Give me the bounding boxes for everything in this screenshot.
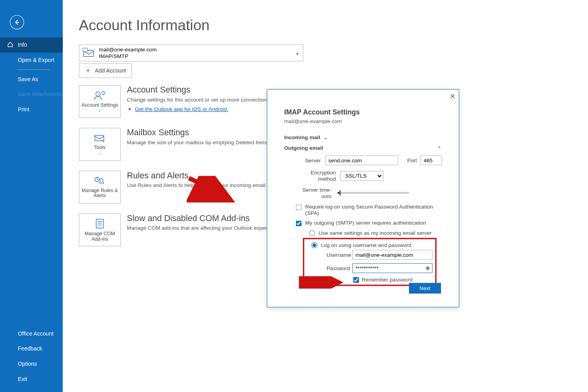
sidebar-item-info[interactable]: Info <box>0 37 63 53</box>
plus-icon: ＋ <box>85 66 91 75</box>
chevron-down-icon: ⌄ <box>98 151 102 155</box>
svg-rect-4 <box>83 48 87 52</box>
sidebar-item-print[interactable]: Print <box>0 102 63 117</box>
back-button[interactable] <box>10 15 24 29</box>
chevron-down-icon: ⌄ <box>324 135 327 140</box>
sidebar-item-save-attachments: Save Attachments <box>0 87 63 102</box>
username-input[interactable] <box>352 250 433 260</box>
sidebar-item-save-as[interactable]: Save As <box>0 72 63 87</box>
dialog-close-icon[interactable]: ✕ <box>450 92 456 101</box>
account-selector[interactable]: mail@one-example.com IMAP/SMTP ▾ <box>79 45 303 62</box>
page-title: Account Information <box>79 17 588 34</box>
sidebar-item-feedback[interactable]: Feedback <box>0 341 63 356</box>
reveal-password-icon[interactable]: ◉ <box>425 265 430 271</box>
account-settings-tile[interactable]: Account Settings ⌄ <box>79 85 121 118</box>
mail-account-icon <box>82 46 96 60</box>
user-gear-icon <box>94 90 106 100</box>
port-input[interactable] <box>421 156 442 165</box>
section-title-com-addins: Slow and Disabled COM Add-ins <box>127 213 281 223</box>
password-input[interactable] <box>352 263 433 273</box>
home-icon <box>7 42 13 48</box>
selected-account-type: IMAP/SMTP <box>99 53 156 60</box>
svg-point-5 <box>96 92 100 96</box>
encryption-select[interactable]: SSL/TLS <box>340 171 383 181</box>
sidebar-item-office-account[interactable]: Office Account <box>0 326 63 341</box>
sidebar-item-options[interactable]: Options <box>0 356 63 372</box>
file-sidebar: Info Open & Export Save As Save Attachme… <box>0 0 63 392</box>
chevron-up-icon: ⌃ <box>437 145 441 151</box>
selected-account-email: mail@one-example.com <box>99 46 156 53</box>
rules-bell-icon <box>94 176 106 186</box>
chevron-down-icon: ▾ <box>296 51 299 56</box>
add-account-button[interactable]: ＋ Add Account <box>79 63 132 78</box>
mailbox-tools-icon <box>94 133 106 142</box>
main-panel: Account Information mail@one-example.com… <box>63 0 588 392</box>
credentials-highlight-box: Log on using username and password Usern… <box>303 238 437 286</box>
server-input[interactable] <box>325 156 398 165</box>
get-outlook-app-link[interactable]: Get the Outlook app for iOS or Android. <box>135 106 228 112</box>
svg-point-6 <box>102 91 105 94</box>
tools-tile[interactable]: Tools⌄ <box>79 128 121 161</box>
chevron-down-icon: ⌄ <box>98 108 102 113</box>
outgoing-email-header[interactable]: Outgoing email ⌃ <box>284 145 442 151</box>
timeout-slider[interactable] <box>338 192 409 194</box>
sidebar-item-exit[interactable]: Exit <box>0 372 63 387</box>
incoming-mail-header[interactable]: Incoming mail ⌄ <box>284 134 442 140</box>
svg-rect-9 <box>96 219 103 228</box>
imap-settings-dialog: ✕ IMAP Account Settings mail@one-example… <box>267 89 459 307</box>
smtp-auth-checkbox[interactable] <box>296 221 302 227</box>
next-button[interactable]: Next <box>409 283 441 294</box>
document-list-icon <box>94 218 105 229</box>
logon-username-password-radio[interactable] <box>311 242 317 248</box>
use-same-settings-radio[interactable] <box>309 230 315 236</box>
spa-checkbox[interactable] <box>296 205 302 211</box>
rules-alerts-tile[interactable]: Manage Rules & Alerts <box>79 171 121 203</box>
com-addins-tile[interactable]: Manage COM Add-ins <box>79 213 121 246</box>
section-title-account-settings: Account Settings <box>127 85 271 95</box>
svg-rect-7 <box>95 135 104 141</box>
sidebar-item-open-export[interactable]: Open & Export <box>0 53 63 68</box>
dialog-title: IMAP Account Settings <box>284 108 442 116</box>
remember-password-checkbox[interactable] <box>353 277 359 283</box>
dialog-email: mail@one-example.com <box>284 118 442 124</box>
